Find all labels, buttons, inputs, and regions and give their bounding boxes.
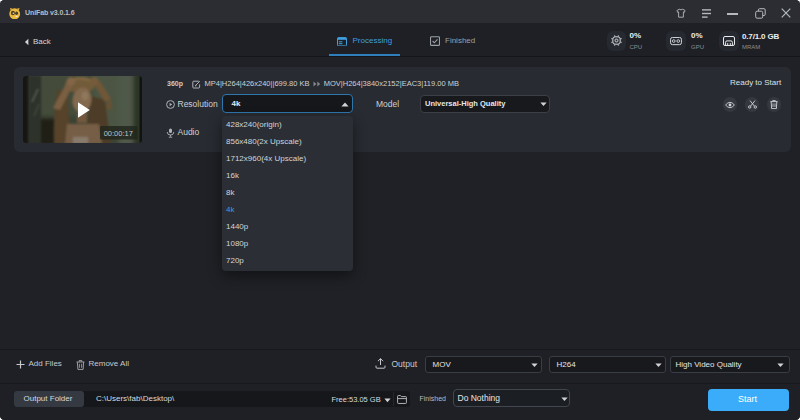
svg-text:00:00:17: 00:00:17	[103, 128, 132, 137]
